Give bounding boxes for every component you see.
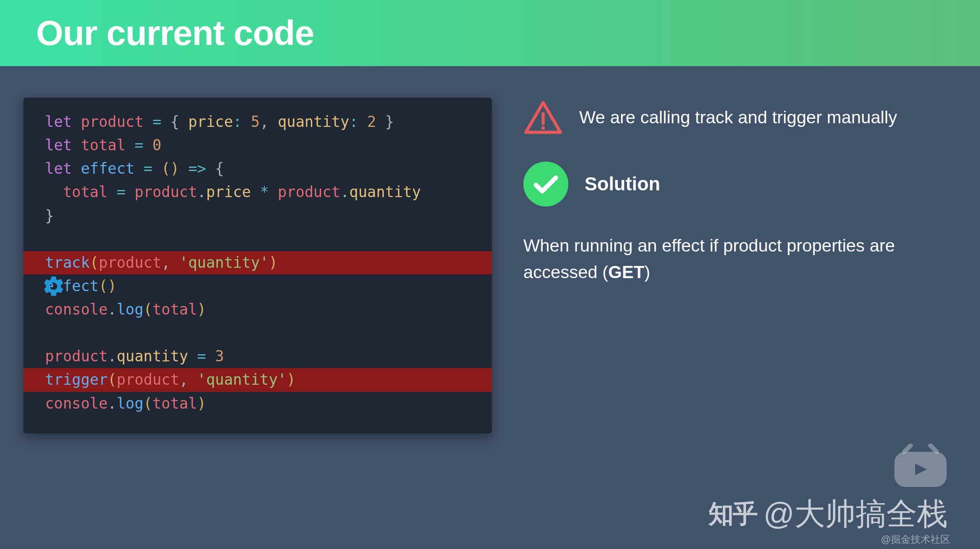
code-line: console.log(total) <box>23 392 492 415</box>
code-line: } <box>23 204 492 228</box>
solution-label: Solution <box>585 173 660 195</box>
bilibili-icon <box>891 444 950 489</box>
slide-header: Our current code <box>0 0 980 66</box>
code-line <box>23 321 492 345</box>
sub-watermark: @掘金技术社区 <box>881 533 950 546</box>
code-line <box>23 228 492 251</box>
watermark-text: @大帅搞全栈 <box>763 494 948 535</box>
code-line: effect() <box>23 274 492 298</box>
notes-column: We are calling track and trigger manuall… <box>523 98 953 433</box>
warning-row: We are calling track and trigger manuall… <box>523 99 953 135</box>
solution-row: Solution <box>523 162 953 207</box>
code-line: product.quantity = 3 <box>23 345 492 368</box>
code-container: let product = { price: 5, quantity: 2 }l… <box>23 110 492 415</box>
slide-title: Our current code <box>36 13 944 54</box>
code-line: let total = 0 <box>23 134 492 157</box>
gear-icon <box>41 274 66 298</box>
check-icon <box>523 162 568 207</box>
slide-content: let product = { price: 5, quantity: 2 }l… <box>0 66 980 433</box>
warning-text: We are calling track and trigger manuall… <box>579 108 897 127</box>
code-panel: let product = { price: 5, quantity: 2 }l… <box>23 98 492 433</box>
warning-icon <box>523 99 563 135</box>
zhihu-logo: 知乎 <box>708 497 757 531</box>
code-line: track(product, 'quantity') <box>23 251 492 274</box>
svg-point-1 <box>541 126 545 130</box>
watermark: 知乎 @大帅搞全栈 <box>708 494 948 535</box>
code-line: console.log(total) <box>23 298 492 321</box>
code-line: total = product.price * product.quantity <box>23 180 492 204</box>
code-line: let effect = () => { <box>23 157 492 180</box>
code-line: let product = { price: 5, quantity: 2 } <box>23 110 492 134</box>
solution-description: When running an effect if product proper… <box>523 233 953 285</box>
code-line: trigger(product, 'quantity') <box>23 368 492 392</box>
